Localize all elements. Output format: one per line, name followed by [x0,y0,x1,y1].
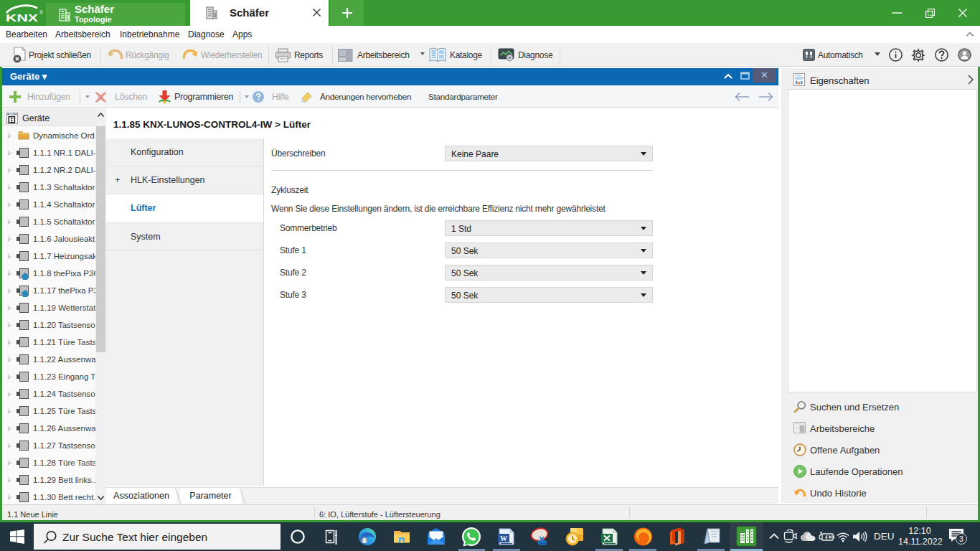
svg-text:®: ® [39,10,43,15]
svg-text:KNX: KNX [6,11,39,24]
svg-text:W: W [500,534,507,542]
